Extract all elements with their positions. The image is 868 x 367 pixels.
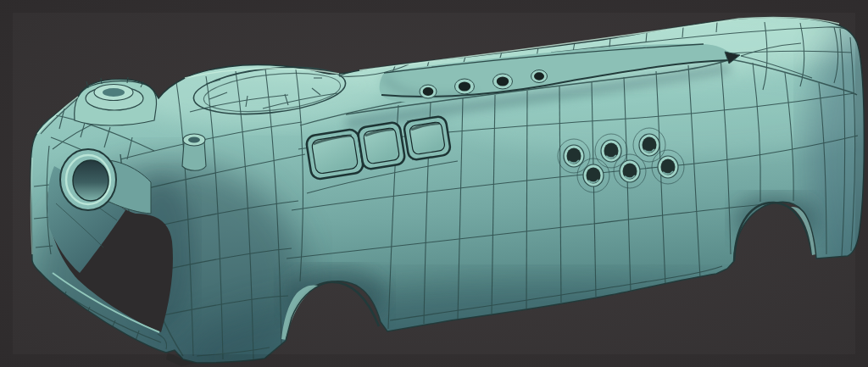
viewport-canvas[interactable] xyxy=(0,0,868,367)
side-window xyxy=(357,121,405,170)
side-window xyxy=(305,128,364,180)
viewport-window xyxy=(0,0,868,367)
side-window xyxy=(403,115,452,160)
mirror-stub xyxy=(182,134,206,170)
